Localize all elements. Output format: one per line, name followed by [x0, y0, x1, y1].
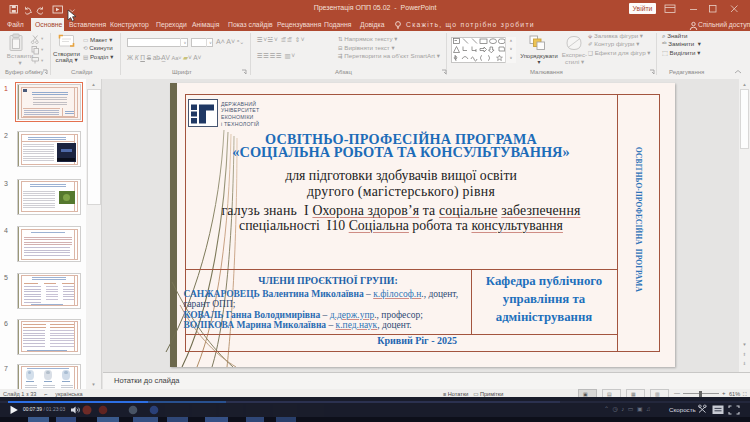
- svg-text:▾: ▾: [41, 36, 44, 41]
- svg-text:▾: ▾: [41, 58, 44, 63]
- svg-text:▾: ▾: [41, 47, 44, 52]
